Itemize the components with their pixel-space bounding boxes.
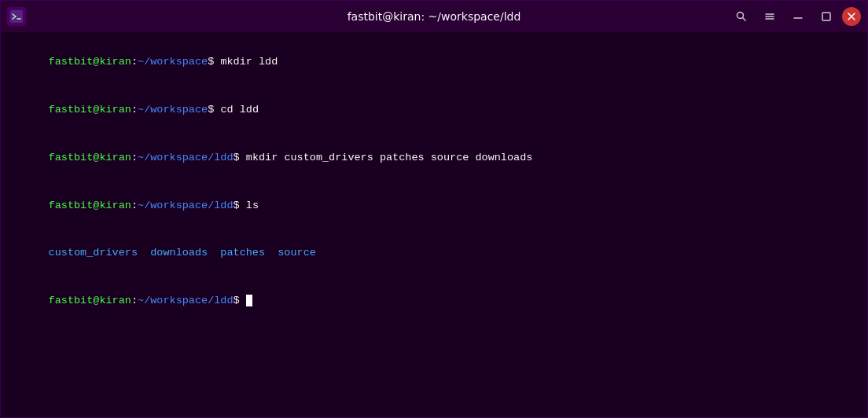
prompt-path-6: ~/workspace/ldd [138, 295, 234, 306]
terminal-line-2: fastbit@kiran:~/workspace$ cd ldd [10, 86, 858, 134]
terminal-line-6: fastbit@kiran:~/workspace/ldd$ [10, 277, 858, 325]
terminal-body[interactable]: fastbit@kiran:~/workspace$ mkdir ldd fas… [1, 32, 867, 417]
cmd-1: mkdir ldd [214, 56, 278, 68]
menu-button[interactable] [757, 6, 782, 28]
prompt-user-6: fastbit@kiran [49, 295, 131, 306]
window-title: fastbit@kiran: ~/workspace/ldd [348, 10, 521, 23]
svg-rect-8 [822, 13, 830, 20]
maximize-button[interactable] [814, 6, 839, 28]
prompt-user-3: fastbit@kiran [49, 152, 131, 163]
svg-line-3 [743, 18, 746, 21]
titlebar-left [7, 7, 26, 26]
cmd-4: ls [240, 200, 259, 211]
prompt-path-1: ~/workspace [138, 56, 208, 68]
search-button[interactable] [729, 6, 754, 28]
prompt-user-1: fastbit@kiran [49, 56, 131, 68]
terminal-line-1: fastbit@kiran:~/workspace$ mkdir ldd [10, 38, 858, 86]
cmd-3: mkdir custom_drivers patches source down… [240, 152, 533, 163]
cursor [246, 295, 252, 306]
terminal-line-5: custom_drivers downloads patches source [10, 229, 858, 277]
svg-rect-0 [10, 10, 23, 23]
prompt-user-4: fastbit@kiran [49, 200, 131, 211]
minimize-button[interactable] [785, 6, 811, 28]
terminal-line-4: fastbit@kiran:~/workspace/ldd$ ls [10, 182, 858, 229]
close-button[interactable] [842, 7, 861, 26]
terminal-window: fastbit@kiran: ~/workspace/ldd [0, 0, 868, 418]
app-icon [7, 7, 26, 26]
prompt-user-2: fastbit@kiran [49, 104, 131, 116]
titlebar-controls [729, 6, 861, 28]
prompt-path-3: ~/workspace/ldd [138, 152, 234, 163]
dir-listing: custom_drivers downloads patches source [49, 247, 316, 258]
cmd-2: cd ldd [214, 104, 259, 116]
prompt-path-4: ~/workspace/ldd [138, 200, 234, 211]
terminal-line-3: fastbit@kiran:~/workspace/ldd$ mkdir cus… [10, 134, 858, 182]
titlebar: fastbit@kiran: ~/workspace/ldd [1, 1, 867, 32]
prompt-path-2: ~/workspace [138, 104, 208, 116]
